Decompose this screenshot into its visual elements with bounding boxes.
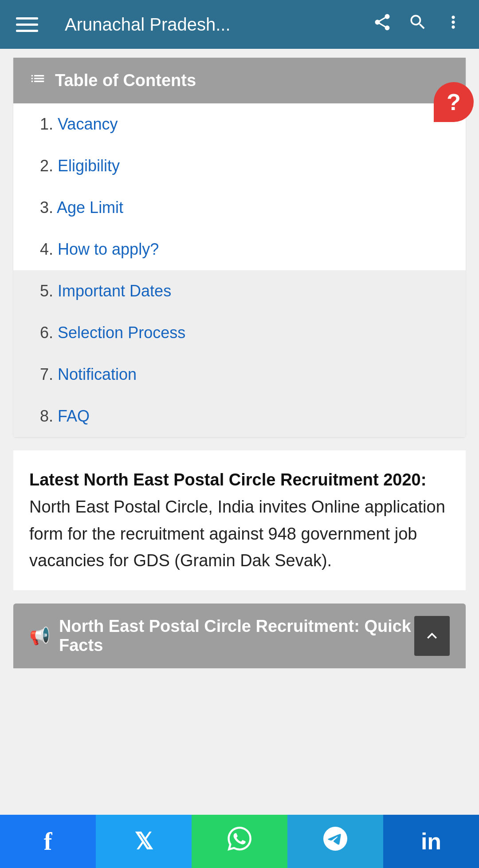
social-bar: f 𝕏 in bbox=[0, 815, 479, 868]
facebook-icon: f bbox=[44, 827, 52, 856]
toc-item: 6. Selection Process bbox=[13, 312, 466, 354]
toc-container: Table of Contents ? 1. Vacancy2. Eligibi… bbox=[13, 58, 466, 437]
share-icon[interactable] bbox=[373, 12, 392, 36]
toc-item: 4. How to apply? bbox=[13, 229, 466, 270]
more-options-icon[interactable] bbox=[444, 12, 463, 36]
help-button[interactable]: ? bbox=[434, 82, 474, 122]
hamburger-menu-button[interactable] bbox=[16, 17, 38, 32]
toc-item: 8. FAQ bbox=[13, 395, 466, 437]
toc-link[interactable]: Notification bbox=[58, 365, 137, 383]
toc-list: 1. Vacancy2. Eligibility3. Age Limit4. H… bbox=[13, 103, 466, 437]
scroll-top-button[interactable] bbox=[414, 616, 450, 656]
telegram-share-button[interactable] bbox=[287, 815, 383, 868]
toc-header-text: Table of Contents bbox=[55, 71, 196, 90]
navbar-left: Arunachal Pradesh... bbox=[16, 15, 231, 35]
toc-item: 3. Age Limit bbox=[13, 187, 466, 229]
twitter-share-button[interactable]: 𝕏 bbox=[96, 815, 192, 868]
facebook-share-button[interactable]: f bbox=[0, 815, 96, 868]
toc-table-icon bbox=[29, 70, 46, 91]
whatsapp-icon bbox=[228, 827, 251, 856]
telegram-icon bbox=[323, 827, 347, 856]
linkedin-icon: in bbox=[421, 828, 441, 855]
navbar: Arunachal Pradesh... bbox=[0, 0, 479, 49]
linkedin-share-button[interactable]: in bbox=[383, 815, 479, 868]
twitter-icon: 𝕏 bbox=[134, 828, 153, 855]
toc-item: 5. Important Dates bbox=[13, 270, 466, 312]
main-content: Table of Contents ? 1. Vacancy2. Eligibi… bbox=[0, 49, 479, 677]
quick-facts-icon: 📢 bbox=[29, 626, 50, 646]
article-content: Latest North East Postal Circle Recruitm… bbox=[13, 450, 466, 590]
whatsapp-share-button[interactable] bbox=[192, 815, 287, 868]
toc-link[interactable]: Vacancy bbox=[58, 115, 118, 133]
toc-link[interactable]: Eligibility bbox=[58, 157, 120, 175]
toc-link[interactable]: Selection Process bbox=[58, 324, 185, 342]
toc-item: 1. Vacancy bbox=[13, 103, 466, 145]
quick-facts-header: 📢 North East Postal Circle Recruitment: … bbox=[13, 604, 466, 668]
toc-item: 2. Eligibility bbox=[13, 145, 466, 187]
navbar-right bbox=[373, 12, 463, 36]
quick-facts-title: North East Postal Circle Recruitment: Qu… bbox=[59, 617, 414, 655]
toc-link[interactable]: Important Dates bbox=[58, 282, 171, 300]
quick-facts-left: 📢 North East Postal Circle Recruitment: … bbox=[29, 617, 414, 655]
help-icon: ? bbox=[447, 91, 461, 114]
toc-item: 7. Notification bbox=[13, 354, 466, 395]
search-icon[interactable] bbox=[408, 12, 428, 36]
article-body: North East Postal Circle, India invites … bbox=[29, 497, 445, 570]
navbar-title: Arunachal Pradesh... bbox=[65, 15, 231, 35]
toc-header: Table of Contents bbox=[13, 58, 466, 103]
toc-link[interactable]: How to apply? bbox=[58, 240, 159, 258]
article-bold-title: Latest North East Postal Circle Recruitm… bbox=[29, 470, 426, 489]
toc-link[interactable]: FAQ bbox=[58, 407, 90, 425]
toc-link[interactable]: Age Limit bbox=[57, 198, 123, 217]
